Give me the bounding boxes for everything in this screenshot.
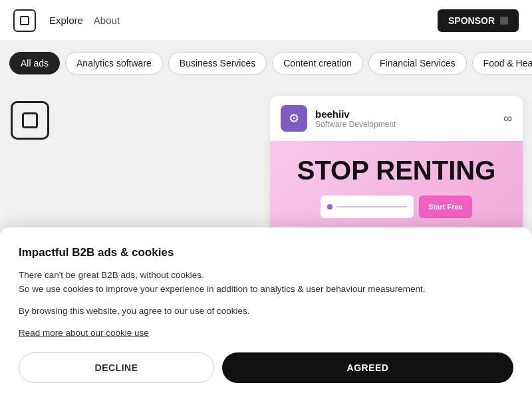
category-business[interactable]: Business Services xyxy=(168,52,267,74)
ad-card-header: ⚙ beehiiv Software Development ∞ xyxy=(270,96,523,141)
category-food[interactable]: Food & Health xyxy=(472,52,532,74)
sponsor-icon xyxy=(500,17,508,25)
ad-avatar-icon: ⚙ xyxy=(289,111,299,126)
ad-category: Software Development xyxy=(315,120,495,129)
cookie-buttons: DECLINE AGREED xyxy=(19,352,513,383)
cookie-title: Impactful B2B ads & cookies xyxy=(19,246,513,259)
input-dot xyxy=(327,204,332,209)
ad-info: beehiiv Software Development xyxy=(315,108,495,129)
big-logo-inner xyxy=(22,112,38,128)
nav-links: Explore About xyxy=(49,15,120,26)
ad-cta-button[interactable]: Start Free xyxy=(419,196,472,218)
sponsor-button[interactable]: SPONSOR xyxy=(438,9,519,32)
navbar: Explore About SPONSOR xyxy=(0,0,532,41)
cookie-line2: So we use cookies to improve your experi… xyxy=(19,284,426,294)
ad-company-name: beehiiv xyxy=(315,108,495,120)
meta-icon: ∞ xyxy=(503,112,512,126)
cookie-body-1: There can't be great B2B ads, without co… xyxy=(19,269,513,297)
nav-logo-inner xyxy=(20,16,29,25)
category-financial[interactable]: Financial Services xyxy=(368,52,467,74)
ad-input-mock xyxy=(321,196,414,218)
ad-form-row: Start Free xyxy=(281,196,512,218)
category-all-ads[interactable]: All ads xyxy=(9,52,60,74)
decline-button[interactable]: DECLINE xyxy=(19,352,214,383)
nav-logo[interactable] xyxy=(13,9,36,32)
sponsor-label: SPONSOR xyxy=(448,15,495,26)
cookie-banner: Impactful B2B ads & cookies There can't … xyxy=(0,227,532,399)
cookie-read-more-link[interactable]: Read more about our cookie use xyxy=(19,328,149,338)
big-logo xyxy=(11,101,49,140)
category-analytics[interactable]: Analytics software xyxy=(65,52,163,74)
nav-explore-link[interactable]: Explore xyxy=(49,15,83,26)
cookie-line1: There can't be great B2B ads, without co… xyxy=(19,270,204,280)
category-bar: All ads Analytics software Business Serv… xyxy=(0,41,532,85)
input-line xyxy=(336,206,407,207)
category-content[interactable]: Content creation xyxy=(272,52,363,74)
agree-button[interactable]: AGREED xyxy=(222,352,513,383)
nav-about-link[interactable]: About xyxy=(94,15,120,26)
cookie-body-2: By browsing this website, you agree to o… xyxy=(19,305,513,319)
ad-headline: STOP RENTING xyxy=(297,157,496,184)
ad-avatar: ⚙ xyxy=(281,105,307,132)
